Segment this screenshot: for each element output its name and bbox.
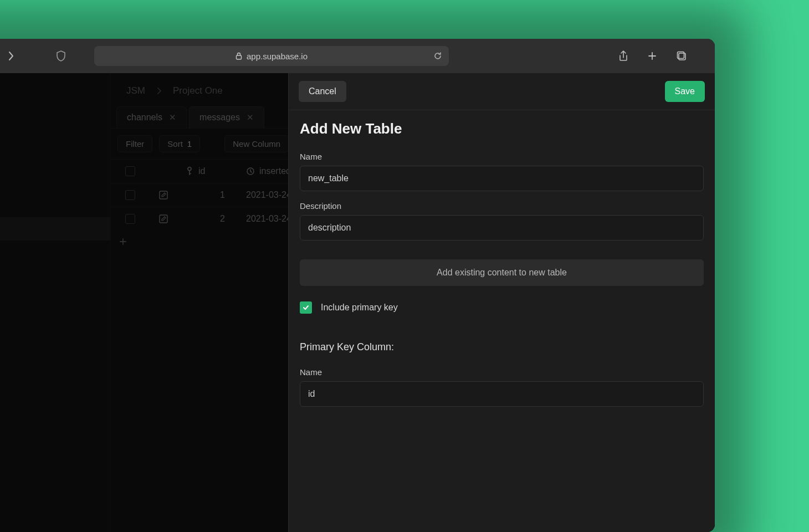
svg-rect-5	[160, 191, 167, 199]
tab-messages[interactable]: messages ✕	[189, 106, 264, 128]
filter-button[interactable]: Filter	[117, 135, 152, 152]
chevron-right-icon	[156, 87, 162, 95]
sidebar-active-item[interactable]	[0, 217, 110, 241]
privacy-shield-icon[interactable]	[28, 50, 94, 62]
tab-overview-icon[interactable]	[676, 50, 687, 62]
close-tab-icon[interactable]: ✕	[169, 112, 176, 122]
pk-name-input[interactable]	[300, 381, 704, 407]
address-bar[interactable]: app.supabase.io	[94, 46, 449, 66]
svg-rect-0	[236, 55, 241, 59]
lock-icon	[235, 52, 242, 60]
add-existing-content-button[interactable]: Add existing content to new table	[300, 259, 704, 286]
clock-icon	[246, 167, 255, 176]
breadcrumb-item[interactable]: JSM	[126, 85, 145, 96]
svg-rect-6	[160, 215, 167, 223]
browser-toolbar: app.supabase.io	[0, 39, 715, 73]
key-icon	[183, 165, 196, 178]
breadcrumb-item[interactable]: Project One	[173, 85, 223, 96]
cancel-button[interactable]: Cancel	[299, 81, 346, 102]
name-label: Name	[300, 152, 704, 161]
edit-row-icon[interactable]	[158, 190, 168, 200]
select-all-checkbox[interactable]	[125, 166, 135, 176]
share-icon[interactable]	[618, 50, 628, 62]
new-tab-icon[interactable]	[647, 51, 657, 61]
new-column-button[interactable]: New Column	[224, 135, 289, 152]
sort-count-badge: 1	[187, 139, 192, 149]
primary-key-section-title: Primary Key Column:	[300, 341, 704, 353]
edit-row-icon[interactable]	[158, 214, 168, 224]
close-tab-icon[interactable]: ✕	[247, 112, 254, 122]
reload-button[interactable]	[433, 52, 442, 60]
tab-label: channels	[127, 112, 162, 122]
sort-button[interactable]: Sort 1	[159, 135, 200, 152]
table-name-input[interactable]	[300, 166, 704, 191]
col-header-id[interactable]: id	[198, 166, 205, 176]
include-primary-key-label: Include primary key	[321, 303, 398, 313]
pk-name-label: Name	[300, 367, 704, 377]
drawer-title: Add New Table	[300, 120, 704, 137]
tab-label: messages	[199, 112, 240, 122]
tab-channels[interactable]: channels ✕	[116, 106, 187, 128]
description-label: Description	[300, 201, 704, 211]
include-primary-key-checkbox[interactable]	[300, 301, 312, 314]
app-sidebar	[0, 73, 111, 532]
save-button[interactable]: Save	[665, 81, 705, 102]
row-checkbox[interactable]	[125, 190, 135, 200]
table-description-input[interactable]	[300, 215, 704, 241]
add-table-drawer: Cancel Save Add New Table Name Descripti…	[288, 73, 715, 532]
nav-forward-button[interactable]	[0, 39, 28, 73]
cell-id: 1	[220, 190, 225, 200]
cell-id: 2	[220, 214, 225, 224]
row-checkbox[interactable]	[125, 214, 135, 224]
address-bar-url: app.supabase.io	[247, 52, 308, 61]
